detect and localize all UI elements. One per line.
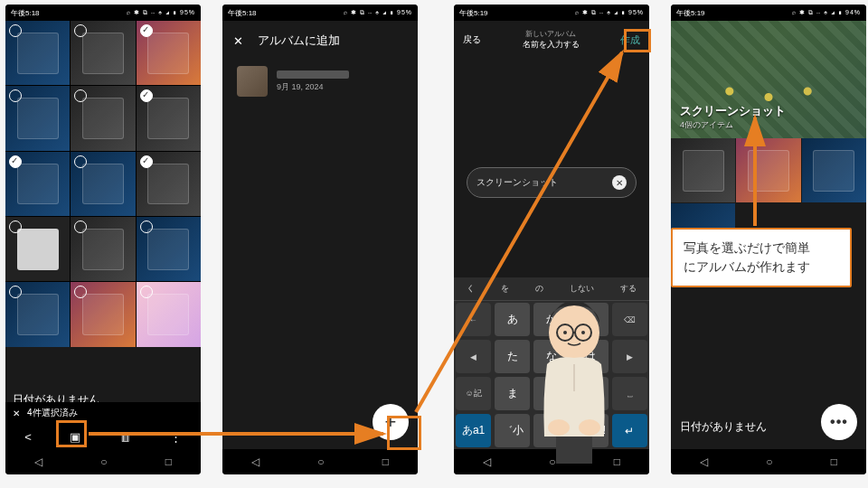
section-label-no-date: 日付がありません [680, 419, 767, 435]
photo-thumbnail[interactable] [5, 217, 70, 281]
guide-character-illustration [515, 287, 633, 464]
suggestion[interactable]: を [501, 283, 509, 295]
status-bar: 午後5:18 ⌕ ✱ ⧉ ⋯ ⬘ ◢ ▮ 95% [222, 5, 418, 21]
key-symbols[interactable]: ☺記 [456, 377, 491, 410]
key-left[interactable]: ◀ [456, 340, 491, 373]
key-undo[interactable]: ← [456, 303, 491, 336]
phone-screen-2-add-to-album: 午後5:18 ⌕ ✱ ⧉ ⋯ ⬘ ◢ ▮ 95% ✕ アルバムに追加 9月 19… [222, 5, 418, 474]
new-album-fab[interactable]: + [373, 404, 409, 440]
album-item-count: 4個のアイテム [680, 119, 786, 131]
header-subtitle: 新しいアルバム [481, 29, 620, 39]
status-time: 午後5:19 [459, 8, 488, 18]
header-title: 名前を入力する [481, 39, 620, 51]
nav-back-icon[interactable]: ◁ [483, 455, 491, 468]
back-button[interactable]: 戻る [463, 33, 481, 46]
android-nav-bar: ◁ ○ □ [5, 449, 201, 474]
trash-icon[interactable]: 🗑 [119, 430, 131, 444]
android-nav-bar: ◁ ○ □ [671, 449, 866, 474]
input-value: スクリーンショット [476, 176, 558, 189]
add-to-album-icon[interactable]: ▣ [70, 430, 80, 444]
nav-recent-icon[interactable]: □ [165, 455, 172, 468]
photo-thumbnail[interactable] [137, 152, 201, 216]
photo-thumbnail[interactable] [71, 152, 135, 216]
photo-grid [5, 21, 201, 347]
photo-thumbnail[interactable] [736, 138, 800, 202]
phone-screen-1-select-photos: 午後5:18 ⌕ ✱ ⧉ ⋯ ⬘ ◢ ▮ 95% 日付がありません ✕ 4件選択… [5, 5, 201, 474]
callout-line-1: 写真を選ぶだけで簡単 [684, 239, 839, 258]
album-hero[interactable]: スクリーンショット 4個のアイテム [671, 21, 866, 138]
nav-back-icon[interactable]: ◁ [34, 455, 42, 468]
nav-recent-icon[interactable]: □ [831, 455, 837, 468]
photo-thumbnail[interactable] [137, 217, 201, 281]
create-button[interactable]: 作成 [620, 33, 640, 47]
nav-home-icon[interactable]: ○ [100, 455, 107, 468]
photo-thumbnail[interactable] [802, 138, 866, 202]
nav-back-icon[interactable]: ◁ [700, 455, 708, 468]
svg-point-7 [563, 331, 567, 334]
header-center: 新しいアルバム 名前を入力する [481, 29, 620, 51]
album-date: 9月 19, 2024 [277, 81, 349, 93]
status-bar: 午後5:19 ⌕ ✱ ⧉ ⋯ ⬘ ◢ ▮ 95% [454, 5, 649, 21]
status-time: 午後5:18 [11, 8, 40, 18]
nav-home-icon[interactable]: ○ [766, 455, 772, 468]
svg-rect-11 [556, 436, 592, 464]
clear-input-icon[interactable]: ✕ [612, 175, 627, 190]
photo-thumbnail[interactable] [5, 152, 70, 216]
key-mode-switch[interactable]: あa1 [456, 414, 491, 447]
plus-icon: + [385, 410, 397, 434]
photo-thumbnail[interactable] [71, 217, 135, 281]
photo-thumbnail[interactable] [137, 21, 201, 85]
more-icon[interactable]: ⋮ [170, 430, 182, 444]
selection-count: 4件選択済み [27, 407, 78, 419]
status-bar: 午後5:19 ⌕ ✱ ⧉ ⋯ ⬘ ◢ ▮ 94% [671, 5, 866, 21]
android-nav-bar: ◁ ○ □ [222, 449, 418, 474]
album-title: スクリーンショット [680, 103, 786, 119]
album-thumbnail [237, 66, 268, 97]
close-icon[interactable]: ✕ [233, 34, 243, 48]
photo-thumbnail[interactable] [5, 21, 70, 85]
share-icon[interactable]: < [24, 430, 32, 444]
status-icons: ⌕ ✱ ⧉ ⋯ ⬘ ◢ ▮ 94% [792, 9, 861, 16]
photo-thumbnail[interactable] [71, 21, 135, 85]
photo-thumbnail[interactable] [137, 282, 201, 346]
status-icons: ⌕ ✱ ⧉ ⋯ ⬘ ◢ ▮ 95% [344, 9, 412, 16]
nav-recent-icon[interactable]: □ [382, 455, 389, 468]
photo-thumbnail[interactable] [5, 282, 70, 346]
suggestion[interactable]: く [467, 283, 475, 295]
svg-point-8 [581, 331, 585, 334]
status-bar: 午後5:18 ⌕ ✱ ⧉ ⋯ ⬘ ◢ ▮ 95% [5, 5, 201, 21]
hero-text: スクリーンショット 4個のアイテム [680, 103, 786, 131]
photo-thumbnail[interactable] [71, 86, 135, 150]
svg-point-9 [548, 419, 570, 436]
callout-line-2: にアルバムが作れます [684, 258, 839, 277]
album-name-redacted [277, 70, 349, 79]
photo-thumbnail[interactable] [5, 86, 70, 150]
selection-bar: ✕ 4件選択済み [5, 402, 201, 424]
screen-title: アルバムに追加 [258, 33, 340, 49]
more-icon: ••• [830, 414, 848, 430]
nav-back-icon[interactable]: ◁ [251, 455, 259, 468]
status-time: 午後5:18 [228, 8, 257, 18]
status-icons: ⌕ ✱ ⧉ ⋯ ⬘ ◢ ▮ 95% [575, 9, 644, 16]
status-icons: ⌕ ✱ ⧉ ⋯ ⬘ ◢ ▮ 95% [127, 9, 195, 16]
explanation-callout: 写真を選ぶだけで簡単 にアルバムが作れます [671, 228, 852, 287]
existing-album-row[interactable]: 9月 19, 2024 [222, 61, 418, 102]
screen-header: 戻る 新しいアルバム 名前を入力する 作成 [454, 21, 649, 59]
close-icon[interactable]: ✕ [13, 408, 20, 418]
album-info: 9月 19, 2024 [277, 70, 349, 93]
action-bar: < ▣ 🗑 ⋮ [5, 424, 201, 449]
svg-point-10 [579, 419, 600, 436]
nav-home-icon[interactable]: ○ [317, 455, 324, 468]
photo-thumbnail[interactable] [671, 138, 735, 202]
status-time: 午後5:19 [676, 8, 705, 18]
album-name-input[interactable]: スクリーンショット ✕ [467, 167, 637, 198]
screen-header: ✕ アルバムに追加 [222, 21, 418, 61]
photo-thumbnail[interactable] [137, 86, 201, 150]
photo-thumbnail[interactable] [71, 282, 135, 346]
more-fab[interactable]: ••• [821, 404, 857, 440]
